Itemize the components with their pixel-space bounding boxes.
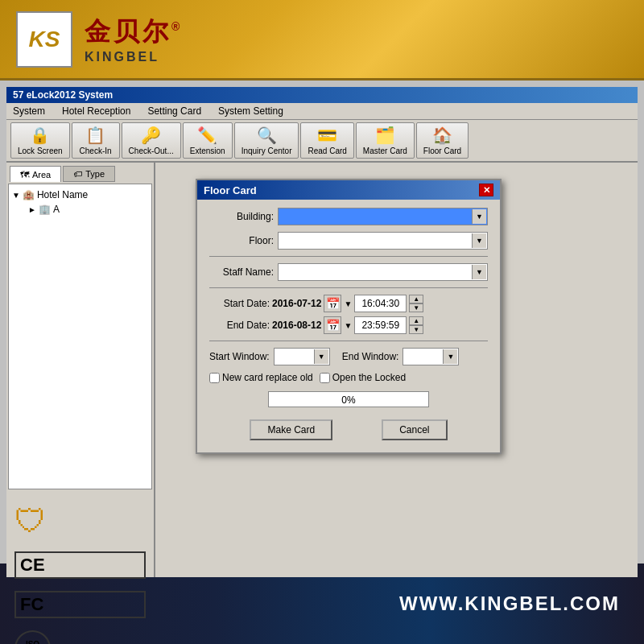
tree-root[interactable]: ▼ 🏨 Hotel Name <box>12 188 148 202</box>
tree-child-label: A <box>53 204 60 215</box>
tab-type[interactable]: 🏷 Type <box>63 166 115 182</box>
floor-card-label: Floor Card <box>423 147 461 155</box>
building-row: Building: ▼ <box>209 208 488 225</box>
end-time-spinners: ▲ ▼ <box>409 316 423 334</box>
window-titlebar: 57 eLock2012 System <box>6 87 638 103</box>
start-window-select[interactable] <box>274 348 330 365</box>
tree-child-expand-icon[interactable]: ► <box>28 205 36 214</box>
open-locked-label[interactable]: Open the Locked <box>332 372 406 383</box>
master-card-label: Master Card <box>363 147 407 155</box>
end-window-select[interactable] <box>402 348 459 365</box>
end-time-down[interactable]: ▼ <box>409 325 423 334</box>
end-time-up[interactable]: ▲ <box>409 316 423 325</box>
website-text: WWW.KINGBEL.COM <box>399 592 620 615</box>
open-locked-checkbox-item: Open the Locked <box>320 372 406 383</box>
read-card-button[interactable]: 💳 Read Card <box>300 122 353 159</box>
start-date-row: Start Date: 2016-07-12 📅 ▼ ▲ ▼ <box>209 295 488 312</box>
button-row: Make Card Cancel <box>209 415 488 444</box>
new-card-checkbox[interactable] <box>209 373 220 383</box>
dialog-close-button[interactable]: ✕ <box>479 184 493 196</box>
staff-select-wrap: ▼ <box>278 263 488 281</box>
start-date-value: 2016-07-12 <box>272 298 321 309</box>
inquiry-button[interactable]: 🔍 Inquiry Centor <box>234 122 299 159</box>
read-card-label: Read Card <box>308 147 346 155</box>
window-row: Start Window: ▼ End Window: <box>209 348 488 365</box>
start-date-cal-button[interactable]: 📅 <box>324 295 341 312</box>
lock-screen-button[interactable]: 🔒 Lock Screen <box>10 122 70 159</box>
end-date-cal-button[interactable]: 📅 <box>324 316 341 334</box>
shield-icon: 🛡 <box>14 503 146 539</box>
floor-select[interactable] <box>278 232 488 250</box>
right-panel: Floor Card ✕ Building: ▼ <box>155 163 638 577</box>
start-window-label: Start Window: <box>209 351 270 362</box>
brand-english: KINGBEL <box>85 50 183 64</box>
end-time-input[interactable] <box>354 316 407 334</box>
menu-hotel-reception[interactable]: Hotel Reception <box>60 105 133 118</box>
start-time-spinners: ▲ ▼ <box>409 295 423 312</box>
extension-icon: ✏️ <box>197 126 217 145</box>
check-in-label: Check-In <box>80 147 112 155</box>
floor-card-button[interactable]: 🏠 Floor Card <box>416 122 469 159</box>
floor-select-wrap: ▼ <box>278 232 488 250</box>
brand-chinese: 金贝尔® <box>85 14 183 50</box>
panel-tabs: 🗺 Area 🏷 Type <box>6 163 154 182</box>
menu-system[interactable]: System <box>10 105 47 118</box>
lock-icon: 🔒 <box>30 126 50 145</box>
cancel-button[interactable]: Cancel <box>382 419 447 440</box>
staff-select[interactable] <box>278 263 488 281</box>
extension-button[interactable]: ✏️ Extension <box>183 122 233 159</box>
start-date-arrow: ▼ <box>344 299 352 308</box>
dialog-overlay: Floor Card ✕ Building: ▼ <box>196 179 502 454</box>
inquiry-icon: 🔍 <box>257 126 277 145</box>
tab-area-label: Area <box>32 170 51 180</box>
read-card-icon: 💳 <box>317 126 337 145</box>
floor-card-dialog: Floor Card ✕ Building: ▼ <box>196 179 502 454</box>
start-time-input[interactable] <box>354 295 407 312</box>
staff-name-label: Staff Name: <box>209 266 274 278</box>
progress-bar-container: 0% <box>268 391 429 407</box>
floor-icon: 🏢 <box>39 204 51 215</box>
main-content: 57 eLock2012 System System Hotel Recepti… <box>0 80 644 564</box>
staff-name-row: Staff Name: ▼ <box>209 263 488 281</box>
menu-system-setting[interactable]: System Setting <box>216 105 286 118</box>
lock-screen-label: Lock Screen <box>18 147 63 155</box>
menu-setting-card[interactable]: Setting Card <box>145 105 204 118</box>
toolbar: 🔒 Lock Screen 📋 Check-In 🔑 Check-Out... … <box>6 120 638 163</box>
building-select[interactable] <box>278 208 488 225</box>
master-card-button[interactable]: 🗂️ Master Card <box>356 122 415 159</box>
check-out-button[interactable]: 🔑 Check-Out... <box>122 122 181 159</box>
brand-text: 金贝尔® KINGBEL <box>85 14 183 64</box>
floor-label: Floor: <box>209 235 274 246</box>
new-card-checkbox-item: New card replace old <box>209 372 313 383</box>
make-card-button[interactable]: Make Card <box>250 419 332 440</box>
tree-root-label: Hotel Name <box>37 189 88 200</box>
tree-expand-icon[interactable]: ▼ <box>12 191 20 200</box>
separator-3 <box>209 341 488 341</box>
check-in-button[interactable]: 📋 Check-In <box>72 122 120 159</box>
end-window-wrap: ▼ <box>402 348 459 365</box>
start-time-down[interactable]: ▼ <box>409 303 423 312</box>
window-title: 57 eLock2012 System <box>13 89 113 101</box>
inquiry-label: Inquiry Centor <box>242 147 292 155</box>
tab-area[interactable]: 🗺 Area <box>10 166 61 182</box>
iso-mark: ISO9001 <box>14 630 51 644</box>
extension-label: Extension <box>190 147 225 155</box>
tree-child[interactable]: ► 🏢 A <box>12 202 148 217</box>
end-date-label: End Date: <box>209 320 270 331</box>
type-icon: 🏷 <box>73 169 82 179</box>
ce-mark: CE <box>14 551 146 579</box>
dialog-body: Building: ▼ Floor: <box>197 200 500 452</box>
end-date-row: End Date: 2016-08-12 📅 ▼ ▲ ▼ <box>209 316 488 334</box>
end-window-label: End Window: <box>342 351 399 362</box>
building-select-wrap: ▼ <box>278 208 488 225</box>
new-card-label[interactable]: New card replace old <box>222 372 313 383</box>
top-banner: KS 金贝尔® KINGBEL <box>0 0 644 80</box>
checkbox-row: New card replace old Open the Locked <box>209 372 488 383</box>
fc-mark: FC <box>14 591 146 618</box>
end-date-value: 2016-08-12 <box>272 320 321 331</box>
start-time-up[interactable]: ▲ <box>409 295 423 303</box>
open-locked-checkbox[interactable] <box>320 373 330 383</box>
menubar[interactable]: System Hotel Reception Setting Card Syst… <box>6 103 638 120</box>
check-out-icon: 🔑 <box>141 126 161 145</box>
progress-text: 0% <box>269 392 428 408</box>
